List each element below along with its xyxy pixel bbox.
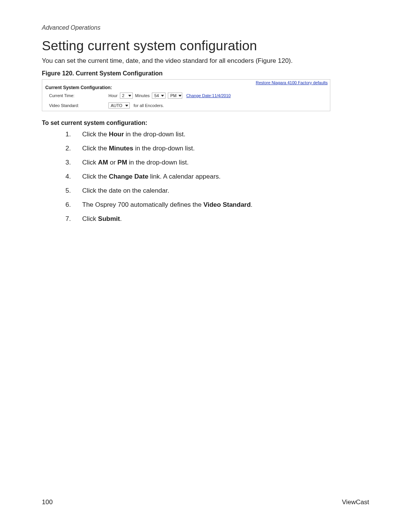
- current-time-row: Current Time: Hour 2 Minutes 54 PM Chang…: [42, 91, 330, 101]
- step-number: 2.: [65, 144, 73, 153]
- step-text: Click Submit.: [82, 215, 122, 224]
- chevron-down-icon: [161, 95, 164, 97]
- step-number: 5.: [65, 187, 73, 195]
- list-item: 1. Click the Hour in the drop-down list.: [65, 130, 369, 139]
- steps-list: 1. Click the Hour in the drop-down list.…: [65, 130, 369, 224]
- hour-value: 2: [122, 93, 124, 98]
- video-standard-value: AUTO: [111, 103, 122, 108]
- step-text: Click AM or PM in the drop-down list.: [82, 158, 189, 167]
- list-item: 5. Click the date on the calendar.: [65, 187, 369, 195]
- step-text: Click the date on the calendar.: [82, 187, 169, 195]
- minutes-prefix: Minutes: [135, 93, 150, 98]
- step-text: Click the Hour in the drop-down list.: [82, 130, 185, 139]
- minutes-select[interactable]: 54: [152, 93, 166, 99]
- step-number: 6.: [65, 201, 73, 209]
- intro-text: You can set the current time, date, and …: [42, 57, 369, 65]
- video-standard-select[interactable]: AUTO: [108, 102, 130, 109]
- figure-panel: Restore Niagara 4100 Factory defaults Cu…: [42, 79, 330, 111]
- video-standard-row: Video Standard: AUTO for all Encoders.: [42, 101, 330, 111]
- restore-defaults-link[interactable]: Restore Niagara 4100 Factory defaults: [256, 80, 328, 85]
- steps-heading: To set current system configuration:: [42, 120, 369, 126]
- current-time-label: Current Time:: [49, 93, 106, 98]
- step-text: Click the Change Date link. A calendar a…: [82, 173, 221, 181]
- chevron-down-icon: [128, 95, 131, 97]
- change-date-label: Change Date:: [186, 93, 212, 98]
- brand-name: ViewCast: [342, 498, 370, 506]
- change-date-value: 11/4/2010: [212, 93, 231, 98]
- list-item: 2. Click the Minutes in the drop-down li…: [65, 144, 369, 153]
- chevron-down-icon: [178, 95, 182, 97]
- page-title: Setting current system configuration: [42, 38, 369, 53]
- step-text: Click the Minutes in the drop-down list.: [82, 144, 195, 153]
- list-item: 7. Click Submit.: [65, 215, 369, 224]
- page-number: 100: [42, 498, 53, 506]
- step-number: 3.: [65, 158, 73, 167]
- hour-prefix: Hour: [108, 93, 118, 98]
- minutes-value: 54: [154, 93, 159, 98]
- change-date-link[interactable]: Change Date:11/4/2010: [186, 93, 231, 98]
- breadcrumb: Advanced Operations: [42, 24, 369, 31]
- list-item: 6. The Osprey 700 automatically defines …: [65, 201, 369, 209]
- figure-section-title: Current System Configuration:: [42, 85, 330, 91]
- page-footer: 100 ViewCast: [42, 498, 369, 506]
- list-item: 3. Click AM or PM in the drop-down list.: [65, 158, 369, 167]
- step-number: 7.: [65, 215, 73, 224]
- video-standard-suffix: for all Encoders.: [134, 103, 164, 108]
- video-standard-label: Video Standard:: [49, 103, 106, 108]
- figure-caption: Figure 120. Current System Configuration: [42, 70, 369, 77]
- step-number: 4.: [65, 173, 73, 181]
- chevron-down-icon: [125, 105, 128, 107]
- step-text: The Osprey 700 automatically defines the…: [82, 201, 253, 209]
- ampm-value: PM: [170, 93, 177, 98]
- hour-select[interactable]: 2: [120, 93, 133, 99]
- step-number: 1.: [65, 130, 73, 139]
- ampm-select[interactable]: PM: [168, 93, 182, 99]
- list-item: 4. Click the Change Date link. A calenda…: [65, 173, 369, 181]
